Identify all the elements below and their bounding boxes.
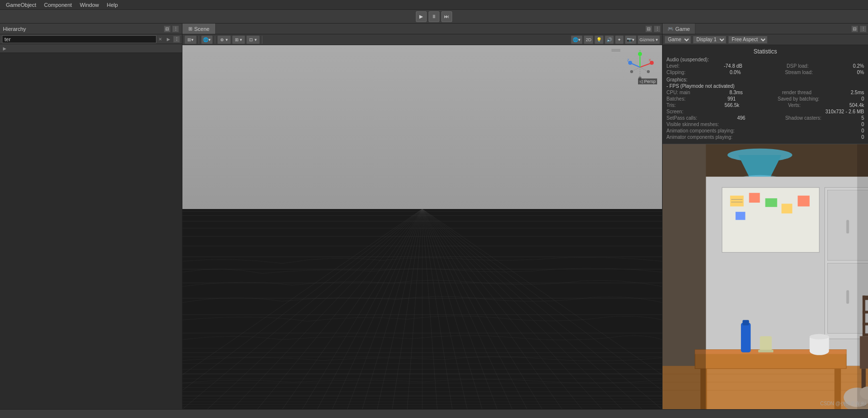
svg-point-65: [638, 52, 642, 56]
animator-row: Animator components playing: 0: [666, 134, 864, 140]
hierarchy-more-btn[interactable]: ⋮: [172, 26, 179, 32]
pivot-btn[interactable]: ⊕ ▾: [217, 35, 231, 44]
clipping-label: Clipping:: [666, 70, 686, 75]
svg-rect-92: [846, 220, 849, 234]
svg-point-75: [647, 70, 650, 73]
play-button[interactable]: ▶: [416, 11, 427, 22]
svg-line-28: [392, 209, 422, 409]
scene-tab-label: Scene: [194, 26, 209, 32]
svg-text:Z: Z: [627, 58, 630, 62]
scene-lock-btn[interactable]: ⊟: [645, 26, 652, 32]
hierarchy-expand-arrow[interactable]: ▶: [2, 46, 7, 51]
svg-point-118: [810, 334, 829, 340]
scene-2d-btn[interactable]: 2D: [584, 35, 593, 44]
hierarchy-lock-btn[interactable]: ⊟: [164, 26, 171, 32]
scene-audio-btn[interactable]: 🔊: [605, 35, 614, 44]
svg-line-40: [422, 209, 582, 409]
skinned-value: 0: [861, 122, 864, 127]
menu-window[interactable]: Window: [76, 0, 103, 9]
batches-label: Batches:: [666, 96, 686, 102]
status-bar: [0, 409, 868, 418]
svg-rect-86: [798, 196, 810, 207]
cpu-row: CPU: main 8.3ms render thread 2.5ms: [666, 90, 864, 95]
game-tab-bar: 🎮 Game ⊟ ⋮: [663, 24, 868, 34]
scene-light-btn[interactable]: 💡: [594, 35, 604, 44]
hierarchy-title: Hierarchy: [3, 26, 26, 32]
shadow-value: 5: [861, 115, 864, 121]
hierarchy-search-input[interactable]: [2, 35, 156, 43]
scene-viewport[interactable]: ✋ ✥ ↻ ⤢ ▭ ⊕: [182, 45, 662, 409]
svg-line-74: [640, 67, 647, 71]
stream-value: 0%: [857, 70, 864, 75]
scene-fx-btn[interactable]: ✦: [615, 35, 624, 44]
anim-label: Animation components playing:: [666, 128, 735, 133]
game-more-btn[interactable]: ⋮: [860, 26, 867, 32]
render-value: 2.5ms: [851, 90, 864, 95]
perspective-label[interactable]: ◁ Persp: [638, 78, 657, 84]
scene-more-btn[interactable]: ⋮: [654, 26, 661, 32]
global-local-btn[interactable]: 🌐▾: [201, 35, 213, 44]
scene-tab-bar: ⊞ Scene ⊟ ⋮: [182, 24, 662, 34]
display-dropdown[interactable]: Display 1: [693, 36, 726, 44]
render-label: render thread: [782, 90, 812, 95]
scene-camera-btn[interactable]: 📷▾: [625, 35, 637, 44]
aspect-dropdown[interactable]: Free Aspect: [728, 36, 767, 44]
menu-gameobject[interactable]: GameObject: [2, 0, 40, 9]
skinned-row: Visible skinned meshes: 0: [666, 122, 864, 127]
playback-bar: ▶ ⏸ ⏭: [0, 10, 868, 24]
tris-value: 566.5k: [725, 103, 740, 108]
fps-row: - FPS (Playmode not activated): [666, 83, 864, 89]
game-dropdown[interactable]: Game: [664, 36, 691, 44]
cpu-label: CPU: main: [666, 90, 690, 95]
stream-label: Stream load:: [785, 70, 813, 75]
svg-line-20: [257, 209, 422, 409]
svg-rect-123: [857, 144, 868, 409]
animator-value: 0: [861, 134, 864, 140]
svg-rect-105: [760, 336, 771, 351]
batches-value: 991: [728, 96, 736, 102]
snapping-btn[interactable]: ⊡ ▾: [246, 35, 260, 44]
scene-globe-btn[interactable]: 🌐▾: [571, 35, 583, 44]
draw-mode-btn[interactable]: ⊞▾: [184, 35, 197, 44]
game-tab[interactable]: 🎮 Game: [663, 24, 695, 34]
svg-line-70: [632, 67, 640, 71]
tris-label: Tris:: [666, 103, 676, 108]
pause-button[interactable]: ⏸: [429, 11, 439, 22]
game-lock-btn[interactable]: ⊟: [851, 26, 858, 32]
svg-rect-85: [782, 204, 792, 213]
svg-line-39: [422, 209, 562, 409]
hierarchy-search-bar: ✕ ▶ ⋮: [0, 34, 182, 44]
svg-rect-122: [663, 144, 706, 409]
menu-component[interactable]: Component: [40, 0, 76, 9]
hierarchy-content: [0, 53, 182, 409]
stats-panel: Statistics Audio (suspended): Level: -74…: [663, 45, 868, 144]
stats-title: Statistics: [666, 48, 864, 55]
sky-area: [182, 45, 662, 209]
search-clear-btn[interactable]: ✕: [156, 35, 164, 43]
grid-snap-btn[interactable]: ⊞ ▾: [232, 35, 246, 44]
audio-clip-row: Clipping: 0.0% Stream load: 0%: [666, 70, 864, 75]
svg-line-22: [303, 209, 423, 409]
clipping-value: 0.0%: [730, 70, 741, 75]
svg-line-67: [631, 63, 640, 67]
hierarchy-options-btn[interactable]: ⋮: [173, 36, 180, 43]
dsp-label: DSP load:: [787, 63, 809, 69]
menu-help[interactable]: Help: [103, 0, 122, 9]
verts-value: 504.4k: [849, 103, 864, 108]
scene-gizmos-btn[interactable]: Gizmos ▾: [638, 35, 660, 44]
step-button[interactable]: ⏭: [441, 11, 452, 22]
scene-tab[interactable]: ⊞ Scene: [182, 24, 216, 34]
scene-lines-indicator: [612, 49, 620, 52]
fps-value: - FPS (Playmode not activated): [666, 83, 735, 89]
audio-level-row: Level: -74.8 dB DSP load: 0.2%: [666, 63, 864, 69]
svg-point-71: [630, 70, 633, 73]
saved-value: 0: [861, 96, 864, 102]
screen-label: Screen:: [666, 109, 683, 114]
batches-row: Batches: 991 Saved by batching: 0: [666, 96, 864, 102]
svg-rect-106: [758, 350, 773, 353]
svg-rect-103: [741, 323, 751, 353]
hierarchy-collapse-btn[interactable]: ▶: [164, 35, 172, 43]
svg-rect-84: [736, 212, 745, 220]
dsp-value: 0.2%: [853, 63, 864, 69]
terrain-container: X Y Z: [182, 45, 662, 409]
